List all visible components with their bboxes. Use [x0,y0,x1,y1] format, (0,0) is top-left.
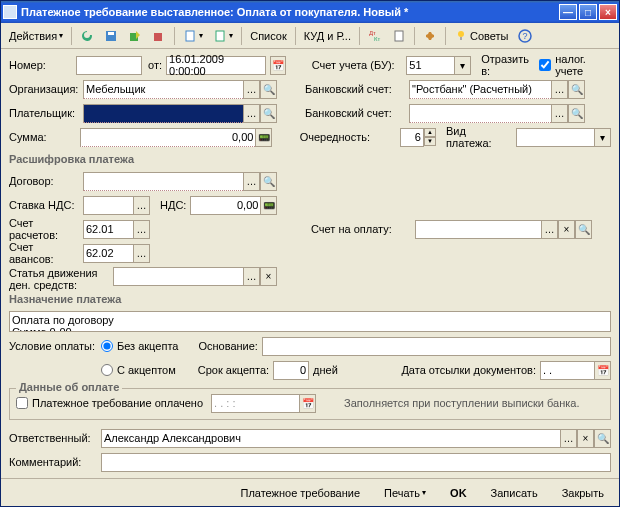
no-accept-label: Без акцепта [117,340,178,352]
save-icon[interactable] [100,26,122,46]
comment-label: Комментарий: [9,456,97,468]
number-input[interactable] [76,56,142,75]
comment-input[interactable] [101,453,611,472]
vat-label: НДС: [160,199,186,211]
org-select-icon[interactable]: … [243,80,260,99]
advance-acc-select-icon[interactable]: … [133,244,150,263]
dtkt-icon[interactable]: ДтКт [364,26,386,46]
vat-rate-label: Ставка НДС: [9,199,79,211]
sum-input[interactable]: 0,00 [80,128,255,147]
payer-label: Плательщик: [9,107,79,119]
contract-select-icon[interactable]: … [243,172,260,191]
send-date-calendar-icon[interactable]: 📅 [594,361,611,380]
basis-icon[interactable]: ▾ [179,26,207,46]
window-title: Платежное требование выставленное: Оплат… [21,6,559,18]
account-bu-label: Счет учета (БУ): [312,59,402,71]
payer-bank-select-icon[interactable]: … [551,104,568,123]
kudir-button[interactable]: КУД и Р... [300,26,355,46]
calc-icon[interactable]: 📟 [255,128,272,147]
paid-label: Платежное требование оплачено [32,397,203,409]
vat-input[interactable]: 0,00 [190,196,260,215]
settle-acc-input[interactable]: 62.01 [83,220,133,239]
org-label: Организация: [9,83,79,95]
bank-acc-input[interactable]: "Ростбанк" (Расчетный) [409,80,551,99]
payer-open-icon[interactable]: 🔍 [260,104,277,123]
move-input[interactable] [113,267,243,286]
settings-icon[interactable] [419,26,441,46]
priority-label: Очередность: [300,131,396,143]
refresh-icon[interactable] [76,26,98,46]
paid-fieldset: Данные об оплате Платежное требование оп… [9,388,611,420]
close-footer-button[interactable]: Закрыть [553,483,613,503]
basis-input[interactable] [262,337,611,356]
unpost-icon[interactable] [148,26,170,46]
save-button[interactable]: Записать [482,483,547,503]
priority-down[interactable]: ▼ [424,137,436,146]
purpose-textarea[interactable]: Оплата по договору Сумма 0-00 Без налога… [9,311,611,332]
account-bu-dropdown[interactable]: ▾ [454,56,471,75]
svg-text:Кт: Кт [374,36,380,42]
bank-acc-label: Банковский счет: [305,83,405,95]
pay-acc-input[interactable] [415,220,541,239]
payment-type-dropdown[interactable]: ▾ [594,128,611,147]
priority-up[interactable]: ▲ [424,128,436,137]
print-button[interactable]: Печать▾ [375,483,435,503]
move-label: Статья движения ден. средств: [9,267,109,291]
structure-icon[interactable]: ▾ [209,26,237,46]
accept-term-input[interactable]: 0 [273,361,309,380]
responsible-input[interactable]: Александр Александрович [101,429,560,448]
paid-checkbox[interactable] [16,397,28,409]
payer-bank-open-icon[interactable]: 🔍 [568,104,585,123]
vat-calc-icon[interactable]: 📟 [260,196,277,215]
move-clear-icon[interactable]: × [260,267,277,286]
pay-acc-clear-icon[interactable]: × [558,220,575,239]
nusu-checkbox[interactable] [539,59,551,71]
close-button[interactable]: × [599,4,617,20]
calendar-icon[interactable]: 📅 [270,56,286,75]
bank-acc-select-icon[interactable]: … [551,80,568,99]
contract-input[interactable] [83,172,243,191]
priority-input[interactable]: 6 [400,128,424,147]
responsible-select-icon[interactable]: … [560,429,577,448]
org-input[interactable]: Мебельщик [83,80,243,99]
date-input[interactable]: 16.01.2009 0:00:00 [166,56,266,75]
post-icon[interactable] [124,26,146,46]
pay-acc-select-icon[interactable]: … [541,220,558,239]
number-label: Номер: [9,59,72,71]
demand-button[interactable]: Платежное требование [231,483,369,503]
payer-select-icon[interactable]: … [243,104,260,123]
purpose-section-label: Назначение платежа [9,291,611,307]
vat-rate-input[interactable] [83,196,133,215]
move-select-icon[interactable]: … [243,267,260,286]
with-accept-radio[interactable] [101,364,113,376]
list-button[interactable]: Список [246,26,291,46]
settle-acc-select-icon[interactable]: … [133,220,150,239]
accept-term-label: Срок акцепта: [198,364,269,376]
send-date-input[interactable]: . . [540,361,594,380]
contract-open-icon[interactable]: 🔍 [260,172,277,191]
help-icon[interactable]: ? [514,26,536,46]
org-open-icon[interactable]: 🔍 [260,80,277,99]
payer-bank-label: Банковский счет: [305,107,405,119]
pay-acc-open-icon[interactable]: 🔍 [575,220,592,239]
advance-acc-input[interactable]: 62.02 [83,244,133,263]
payer-input[interactable] [83,104,243,123]
payer-bank-input[interactable] [409,104,551,123]
payment-type-input[interactable] [516,128,594,147]
bank-acc-open-icon[interactable]: 🔍 [568,80,585,99]
paid-date-input[interactable]: . . : : [211,394,299,413]
paid-note: Заполняется при поступлении выписки банк… [344,397,579,409]
account-bu-input[interactable]: 51 [406,56,454,75]
report-icon[interactable] [388,26,410,46]
minimize-button[interactable]: — [559,4,577,20]
responsible-clear-icon[interactable]: × [577,429,594,448]
no-accept-radio[interactable] [101,340,113,352]
actions-menu[interactable]: Действия▾ [5,26,67,46]
advice-button[interactable]: Советы [450,26,512,46]
responsible-open-icon[interactable]: 🔍 [594,429,611,448]
paid-date-calendar-icon[interactable]: 📅 [299,394,316,413]
maximize-button[interactable]: □ [579,4,597,20]
footer: Платежное требование Печать▾ OK Записать… [1,478,619,506]
vat-rate-select-icon[interactable]: … [133,196,150,215]
ok-button[interactable]: OK [441,483,476,503]
